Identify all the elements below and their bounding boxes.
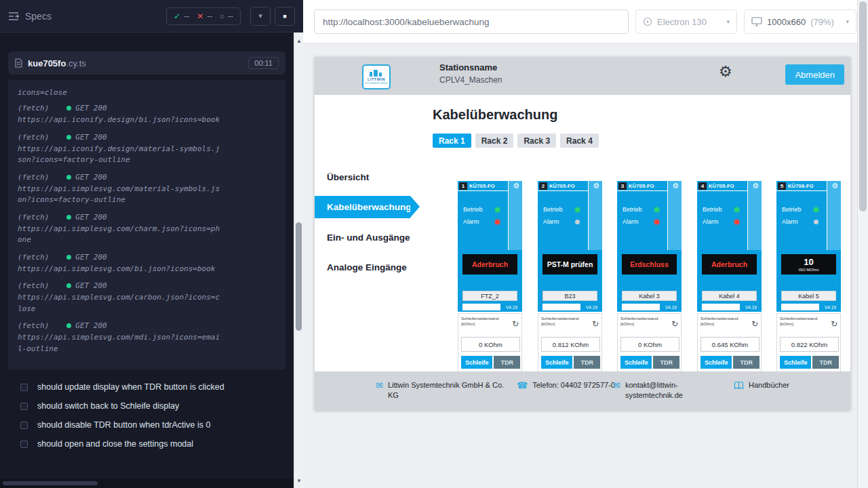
betrieb-led [654,207,659,212]
cable-name-field[interactable]: Kabel 3 [622,291,677,301]
stop-button[interactable]: ■ [275,7,295,26]
schleife-button[interactable]: Schleife [461,356,492,369]
fetch-log-entry[interactable]: (fetch) GET 200 https://api.simplesvg.co… [18,253,276,275]
refresh-icon[interactable]: ↻ [671,320,678,328]
footer-phone[interactable]: ☎ Telefon: 04402 972577-0 [517,380,615,390]
betrieb-led [495,207,500,212]
device-settings-icon[interactable]: ⚙ [672,182,679,190]
measurement-value: 0 KOhm [620,337,679,352]
betrieb-label: Betrieb [463,206,483,213]
scroll-down-arrow[interactable]: ▼ [294,478,304,484]
refresh-icon[interactable]: ↻ [751,320,758,328]
device-header: 3 KÜ705-FO [617,181,667,191]
tdr-button[interactable]: TDR [733,356,760,369]
horizontal-scroll-thumb[interactable] [3,481,98,485]
runner-header: Specs ✓ -- ✕ -- ○ -- ▾ ■ [0,0,303,33]
tdr-button[interactable]: TDR [653,356,679,369]
page-scroll-thumb[interactable] [859,1,867,211]
specs-label[interactable]: Specs [25,11,52,22]
settings-gear-icon[interactable]: ⚙ [719,64,732,79]
fetch-log-entry[interactable]: (fetch) GET 200 https://api.iconify.desi… [18,133,276,166]
tab-rack-2[interactable]: Rack 2 [475,134,514,148]
sidebar-item-kabelueberwachung[interactable]: Kabelüberwachung [315,196,410,218]
fetch-log-entry[interactable]: (fetch) GET 200 https://api.iconify.desi… [18,104,276,126]
device-model: KÜ705-FO [709,183,734,189]
device-settings-icon[interactable]: ⚙ [593,182,599,190]
app-sidebar: Übersicht Kabelüberwachung Ein- und Ausg… [315,95,431,371]
book-icon [734,381,744,390]
test-item[interactable]: should update display when TDR button is… [8,378,285,396]
alarm-label: Alarm [782,218,798,225]
schleife-button[interactable]: Schleife [701,356,732,369]
tab-rack-1[interactable]: Rack 1 [433,134,471,148]
fetch-log-entry[interactable]: (fetch) GET 200 https://api.simplesvg.co… [18,213,276,246]
device-status: Aderbruch [462,254,517,274]
device-settings-icon[interactable]: ⚙ [513,182,519,190]
log-continuation: icons=close [18,88,276,97]
viewport-size: 1000x660 [767,17,806,27]
test-state-icon [20,441,28,448]
cable-name-field[interactable]: FTZ_2 [462,291,517,301]
tdr-button[interactable]: TDR [812,356,839,369]
status-text: Erdschluss [630,260,669,268]
runner-scrollbar[interactable]: ▲ ▼ [294,33,303,488]
browser-name: Electron 130 [657,17,707,27]
sidebar-item-uebersicht[interactable]: Übersicht [327,172,369,182]
device-settings-icon[interactable]: ⚙ [752,182,759,190]
firmware-version: V4.19 [825,305,836,310]
device-status: PST-M prüfen [542,254,597,274]
tdr-button[interactable]: TDR [574,356,600,369]
test-item[interactable]: should open and close the settings modal [8,434,285,453]
logout-button[interactable]: Abmelden [785,64,844,85]
sidebar-item-ein-und-ausgaenge[interactable]: Ein- und Ausgänge [327,232,410,243]
spec-header[interactable]: kue705fo .cy.ts 00:11 [8,52,285,75]
fetch-log-entry[interactable]: (fetch) GET 200 https://api.simplesvg.co… [18,173,276,206]
tab-rack-3[interactable]: Rack 3 [517,134,556,148]
browser-selector[interactable]: Electron 130 ▾ [635,9,737,34]
footer-manuals-link[interactable]: Handbücher [734,380,789,390]
tdr-button[interactable]: TDR [494,356,520,369]
chevron-down-icon: ▾ [726,18,730,25]
schleife-button[interactable]: Schleife [620,356,652,369]
version-row: V4.19 [702,304,757,310]
firmware-version: V4.19 [665,305,677,310]
collapse-button[interactable]: ▾ [250,7,271,26]
status-dot [66,175,71,180]
test-item[interactable]: should disable TDR button when tdrActive… [8,415,285,434]
cable-name-field[interactable]: B23 [542,291,597,301]
refresh-icon[interactable]: ↻ [512,320,519,328]
scroll-up-arrow[interactable]: ▲ [294,38,304,44]
specs-menu-icon[interactable] [8,12,19,20]
status-text: Aderbruch [472,260,508,268]
cable-name-field[interactable]: Kabel 4 [702,291,757,301]
schleife-button[interactable]: Schleife [780,356,811,369]
footer-email[interactable]: ✉ kontakt@littwin-systemtechnik.de [613,380,690,401]
status-dot [66,283,71,288]
alarm-label: Alarm [543,218,559,225]
fetch-log-entry[interactable]: (fetch) GET 200 https://api.simplesvg.co… [18,281,276,314]
url-input[interactable] [314,9,629,34]
tab-rack-4[interactable]: Rack 4 [560,134,599,148]
refresh-icon[interactable]: ↻ [592,320,599,328]
runner-scroll-thumb[interactable] [296,222,302,331]
sidebar-item-analoge-eingaenge[interactable]: Analoge Eingänge [327,262,407,272]
page-scrollbar[interactable] [857,0,868,488]
betrieb-label: Betrieb [782,206,802,213]
cross-icon: ✕ [197,12,203,21]
horizontal-scrollbar[interactable] [0,479,294,488]
device-settings-icon[interactable]: ⚙ [831,182,838,190]
firmware-version: V4.19 [506,305,517,310]
measurement-panel: Schleifenwiderstand [kOhm] ↻ 0.812 KOhm … [538,313,602,374]
status-text: 10 [804,257,813,267]
viewport-selector[interactable]: 1000x660 (79%) ▾ [744,9,856,34]
schleife-button[interactable]: Schleife [541,356,572,369]
betrieb-label: Betrieb [543,206,563,213]
measurement-label: Schleifenwiderstand [kOhm] [620,316,667,327]
refresh-icon[interactable]: ↻ [831,320,837,328]
fetch-log-entry[interactable]: (fetch) GET 200 https://api.simplesvg.co… [18,321,276,354]
rack-tabs: Rack 1 Rack 2 Rack 3 Rack 4 [433,134,599,148]
status-dot [66,106,71,110]
device-model: KÜ705-FO [549,183,575,189]
test-item[interactable]: should switch back to Schleife display [8,396,285,415]
cable-name-field[interactable]: Kabel 5 [781,291,836,301]
